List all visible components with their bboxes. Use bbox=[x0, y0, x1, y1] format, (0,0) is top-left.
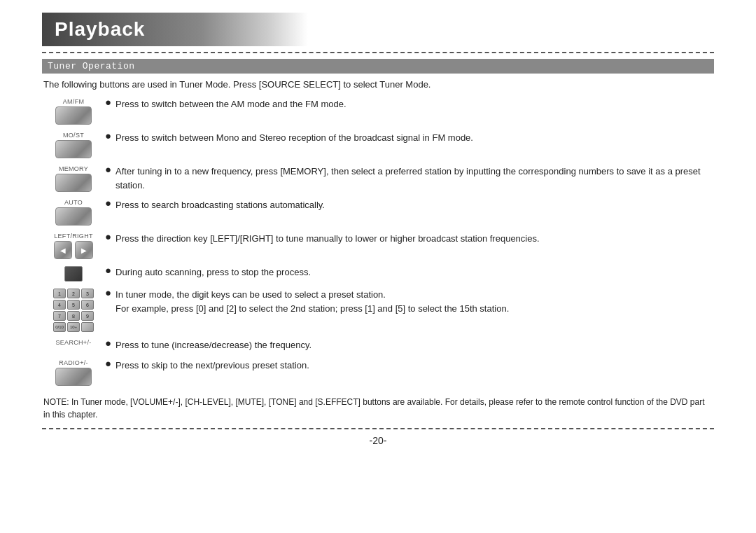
numpad-grid: 1 2 3 4 5 6 7 8 9 0/10 10+ bbox=[53, 289, 94, 332]
bullet: ● bbox=[105, 286, 111, 298]
bottom-divider bbox=[42, 428, 714, 429]
bullet: ● bbox=[105, 337, 111, 349]
radio-button bbox=[55, 368, 92, 386]
bullet: ● bbox=[105, 163, 111, 175]
key-empty bbox=[81, 322, 94, 332]
list-item: MEMORY ● After tuning in to a new freque… bbox=[42, 164, 714, 192]
most-label: MO/ST bbox=[63, 132, 84, 139]
radio-text: Press to skip to the next/previous prese… bbox=[115, 358, 714, 373]
list-item: MO/ST ● Press to switch between Mono and… bbox=[42, 130, 714, 158]
bullet: ● bbox=[105, 357, 111, 369]
stop-icon-area bbox=[42, 265, 105, 282]
playback-header-bar: Playback bbox=[42, 13, 308, 46]
memory-text: After tuning in to a new frequency, pres… bbox=[115, 164, 714, 192]
top-divider bbox=[42, 52, 714, 53]
list-item: RADIO+/- ● Press to skip to the next/pre… bbox=[42, 358, 714, 386]
radio-label: RADIO+/- bbox=[59, 359, 88, 366]
bullet: ● bbox=[105, 130, 111, 141]
bullet: ● bbox=[105, 264, 111, 276]
auto-text: Press to search broadcasting stations au… bbox=[115, 198, 714, 212]
right-button: ▶ bbox=[75, 241, 93, 259]
leftright-icon-area: LEFT/RIGHT ◀ ▶ bbox=[42, 231, 105, 259]
leftright-buttons: ◀ ▶ bbox=[54, 241, 93, 259]
numpad-icon-area: 1 2 3 4 5 6 7 8 9 0/10 10+ bbox=[42, 287, 105, 332]
auto-button bbox=[55, 207, 92, 226]
auto-label: AUTO bbox=[64, 199, 83, 206]
key-10plus: 10+ bbox=[67, 322, 80, 332]
most-text: Press to switch between Mono and Stereo … bbox=[115, 130, 714, 145]
list-item: LEFT/RIGHT ◀ ▶ ● Press the direction key… bbox=[42, 231, 714, 259]
search-label: SEARCH+/- bbox=[56, 339, 92, 346]
list-item: AM/FM ● Press to switch between the AM m… bbox=[42, 97, 714, 125]
key-010: 0/10 bbox=[53, 322, 66, 332]
left-button: ◀ bbox=[54, 241, 72, 259]
stop-text: During auto scanning, press to stop the … bbox=[115, 265, 714, 279]
key-5: 5 bbox=[67, 300, 80, 310]
section-header: Tuner Operation bbox=[42, 59, 714, 74]
page-number: -20- bbox=[42, 435, 714, 446]
search-icon-area: SEARCH+/- bbox=[42, 338, 105, 347]
memory-button bbox=[55, 174, 92, 192]
key-1: 1 bbox=[53, 289, 66, 298]
bullet: ● bbox=[105, 197, 111, 209]
auto-icon-area: AUTO bbox=[42, 198, 105, 226]
key-7: 7 bbox=[53, 311, 66, 321]
leftright-text: Press the direction key [LEFT]/[RIGHT] t… bbox=[115, 231, 714, 246]
leftright-label: LEFT/RIGHT bbox=[54, 233, 93, 240]
most-button bbox=[55, 140, 92, 158]
list-item: AUTO ● Press to search broadcasting stat… bbox=[42, 198, 714, 226]
bullet: ● bbox=[105, 96, 111, 108]
list-item: 1 2 3 4 5 6 7 8 9 0/10 10+ ● In tuner mo… bbox=[42, 287, 714, 332]
search-text: Press to tune (increase/decrease) the fr… bbox=[115, 338, 714, 352]
numpad-text: In tuner mode, the digit keys can be use… bbox=[115, 287, 714, 315]
key-2: 2 bbox=[67, 289, 80, 298]
list-item: ● During auto scanning, press to stop th… bbox=[42, 265, 714, 282]
content-area: AM/FM ● Press to switch between the AM m… bbox=[42, 97, 714, 392]
page-container: Playback Tuner Operation The following b… bbox=[0, 0, 756, 533]
amfm-text: Press to switch between the AM mode and … bbox=[115, 97, 714, 111]
intro-text: The following buttons are used in Tuner … bbox=[42, 79, 714, 90]
key-8: 8 bbox=[67, 311, 80, 321]
bullet: ● bbox=[105, 230, 111, 242]
memory-label: MEMORY bbox=[59, 165, 88, 172]
most-icon-area: MO/ST bbox=[42, 130, 105, 158]
amfm-label: AM/FM bbox=[63, 98, 85, 105]
radio-icon-area: RADIO+/- bbox=[42, 358, 105, 386]
playback-title: Playback bbox=[55, 18, 145, 41]
playback-header: Playback bbox=[42, 13, 714, 46]
note-text: NOTE: In Tuner mode, [VOLUME+/-], [CH-LE… bbox=[42, 396, 714, 421]
amfm-icon-area: AM/FM bbox=[42, 97, 105, 125]
list-item: SEARCH+/- ● Press to tune (increase/decr… bbox=[42, 338, 714, 352]
key-3: 3 bbox=[81, 289, 94, 298]
key-9: 9 bbox=[81, 311, 94, 321]
stop-button bbox=[64, 266, 83, 282]
key-4: 4 bbox=[53, 300, 66, 310]
key-6: 6 bbox=[81, 300, 94, 310]
amfm-button bbox=[55, 106, 92, 125]
memory-icon-area: MEMORY bbox=[42, 164, 105, 192]
